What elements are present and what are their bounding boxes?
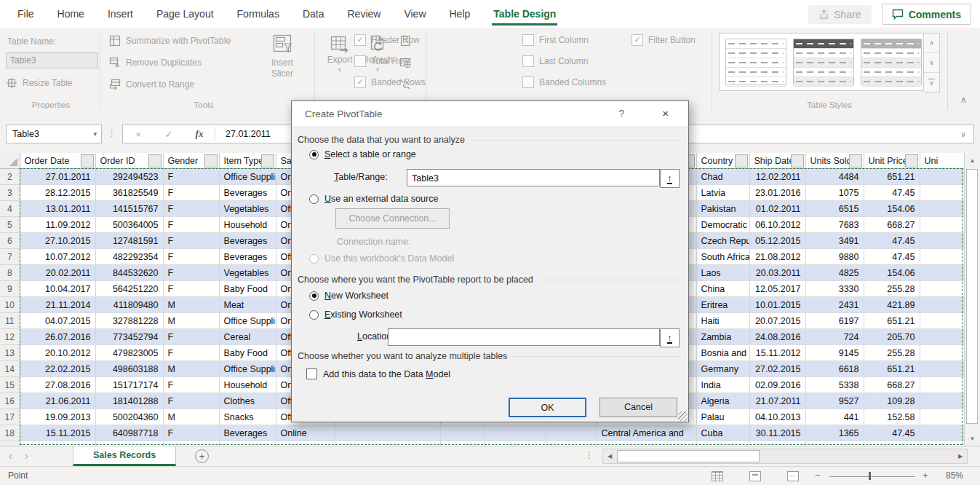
cell[interactable]: Cuba [696,425,749,441]
cell[interactable]: 9880 [805,249,864,265]
cell[interactable]: 361825549 [95,185,163,201]
ribbon-tab-insert[interactable]: Insert [96,0,145,28]
cell[interactable]: 7683 [805,217,864,233]
dialog-help-icon[interactable]: ? [618,108,624,119]
cell[interactable] [920,217,964,233]
cell[interactable]: Latvia [696,185,749,201]
scroll-right-icon[interactable]: ▶ [954,449,967,463]
table-style-gray-header[interactable] [861,39,922,85]
zoom-slider-thumb[interactable] [869,472,871,480]
ribbon-tab-view[interactable]: View [392,0,437,28]
cell[interactable]: Beverages [219,185,276,201]
resize-table-button[interactable]: Resize Table [6,77,72,89]
column-header-uni[interactable]: Uni [920,153,964,169]
cell[interactable]: 26.07.2016 [20,329,95,345]
cell[interactable]: South Africa [696,249,749,265]
cell[interactable]: 10.01.2015 [749,297,805,313]
collapse-ribbon-icon[interactable]: ∧ [960,95,967,105]
ribbon-tab-help[interactable]: Help [438,0,482,28]
column-header-units-sold[interactable]: Units Sold [805,153,864,169]
page-break-view-button[interactable] [787,471,799,481]
cell[interactable] [920,297,964,313]
cell[interactable]: India [696,377,749,393]
filter-button-icon[interactable] [905,154,918,167]
cell[interactable]: F [163,233,219,249]
cell[interactable]: Household [219,377,276,393]
cell[interactable] [920,329,964,345]
cell[interactable]: 21.08.2012 [749,249,805,265]
cell[interactable]: 205.70 [864,329,920,345]
cell[interactable]: 12.05.2017 [749,281,805,297]
cell[interactable]: 292494523 [95,169,163,185]
cell[interactable]: 12.02.2011 [749,169,805,185]
cell[interactable]: 27.10.2015 [20,233,95,249]
cell[interactable]: Vegetables [219,201,276,217]
cell[interactable]: Snacks [219,409,276,425]
row-header[interactable]: 5 [0,217,20,233]
cell[interactable]: 11.09.2012 [20,217,95,233]
cell[interactable] [920,265,964,281]
cell[interactable]: 06.10.2012 [749,217,805,233]
cell[interactable]: M [163,361,219,377]
cell[interactable]: 844532620 [95,265,163,281]
row-header[interactable]: 16 [0,393,20,409]
ribbon-tab-home[interactable]: Home [46,0,96,28]
add-to-data-model-checkbox[interactable]: Add this data to the Data Model [306,368,450,379]
row-header[interactable]: 6 [0,233,20,249]
cell[interactable]: Office Supplies [219,361,276,377]
cell[interactable]: F [163,201,219,217]
cell[interactable]: 3330 [805,281,864,297]
checkbox-banded-columns[interactable]: Banded Columns [522,76,606,88]
existing-worksheet-radio[interactable]: Existing Worksheet [309,309,402,320]
cell[interactable] [920,393,964,409]
cell[interactable]: 6618 [805,361,864,377]
cell[interactable]: Pakistan [696,201,749,217]
cell[interactable]: 20.03.2011 [749,265,805,281]
cell[interactable]: 668.27 [864,217,920,233]
cell[interactable]: Zambia [696,329,749,345]
cell[interactable]: 651.21 [864,313,920,329]
cell[interactable]: Beverages [219,249,276,265]
page-layout-view-button[interactable] [749,471,761,481]
expand-formula-bar-icon[interactable]: ∨ [960,130,973,139]
name-box[interactable]: Table3 ▾ [6,125,102,143]
cell[interactable] [920,169,964,185]
cell[interactable]: 640987718 [95,425,163,441]
column-header-order-id[interactable]: Order ID [95,153,163,169]
cell[interactable]: 5338 [805,377,864,393]
cell[interactable]: Democratic [696,217,749,233]
cell[interactable]: F [163,249,219,265]
cell[interactable]: 15.11.2015 [20,425,95,441]
cell[interactable]: 482292354 [95,249,163,265]
cell[interactable]: 255.28 [864,281,920,297]
cell[interactable]: 2431 [805,297,864,313]
cell[interactable]: 47.45 [864,185,920,201]
column-header-gender[interactable]: Gender [163,153,219,169]
confirm-entry-icon[interactable]: ✓ [154,129,184,140]
dialog-close-icon[interactable]: × [662,107,669,119]
cell[interactable]: 411809480 [95,297,163,313]
new-worksheet-radio[interactable]: New Worksheet [309,291,389,301]
styles-more-icon[interactable]: ∨ [924,73,939,92]
row-header[interactable]: 3 [0,185,20,201]
cell[interactable]: 255.28 [864,345,920,361]
insert-function-icon[interactable]: fx [184,128,215,140]
cell[interactable]: 152.58 [864,409,920,425]
table-style-dark-header[interactable] [793,39,854,85]
vertical-scrollbar[interactable]: ▲ ▼ [964,153,980,446]
cell[interactable]: 154.06 [864,201,920,217]
cell[interactable]: Beverages [219,233,276,249]
cell[interactable] [920,361,964,377]
ribbon-tab-review[interactable]: Review [336,0,393,28]
cell[interactable]: 479823005 [95,345,163,361]
cell[interactable]: 6515 [805,201,864,217]
cell[interactable]: 10.07.2012 [20,249,95,265]
checkbox-last-column[interactable]: Last Column [522,55,588,67]
cell[interactable]: 154.06 [864,265,920,281]
summarize-pivottable-button[interactable]: Summarize with PivotTable [109,35,231,47]
checkbox-header-row[interactable]: ✓Header Row [354,34,420,46]
cell[interactable]: Household [219,217,276,233]
cell[interactable]: 9527 [805,393,864,409]
cell[interactable]: China [696,281,749,297]
cell[interactable]: 20.10.2012 [20,345,95,361]
